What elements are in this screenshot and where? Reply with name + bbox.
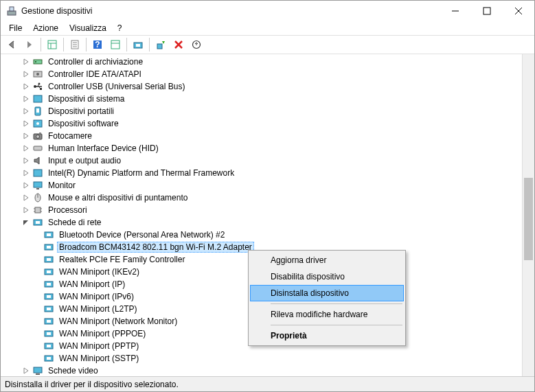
scrollbar-thumb[interactable] — [524, 178, 533, 260]
svg-rect-75 — [47, 345, 51, 347]
collapse-icon[interactable] — [21, 218, 31, 227]
close-button[interactable] — [503, 1, 534, 21]
category-item[interactable]: Dispositivi portatili — [3, 105, 522, 117]
update-driver-button[interactable] — [152, 36, 169, 53]
properties-button[interactable] — [67, 36, 83, 53]
ctx-uninstall-device[interactable]: Disinstalla dispositivo — [250, 285, 404, 301]
show-hide-tree-button[interactable] — [44, 36, 60, 53]
expand-icon[interactable] — [21, 131, 31, 141]
net-icon — [32, 217, 43, 228]
disable-button[interactable] — [188, 36, 205, 53]
expand-icon[interactable] — [21, 82, 31, 91]
expand-icon[interactable] — [21, 57, 31, 67]
expand-icon[interactable] — [21, 181, 31, 190]
system-icon — [32, 168, 43, 178]
svg-rect-18 — [136, 44, 140, 47]
item-label: WAN Miniport (IKEv2) — [57, 266, 141, 277]
minimize-button[interactable] — [440, 1, 471, 21]
ctx-separator — [271, 303, 402, 304]
device-item[interactable]: Bluetooth Device (Personal Area Network)… — [3, 229, 522, 241]
item-label: Fotocamere — [46, 130, 94, 141]
svg-rect-69 — [47, 308, 51, 310]
usb-icon — [32, 81, 43, 92]
toolbar: ? — [1, 35, 534, 54]
category-item[interactable]: Fotocamere — [3, 130, 522, 142]
svg-point-26 — [36, 73, 39, 76]
item-label: Controller IDE ATA/ATAPI — [46, 69, 144, 80]
item-label: WAN Miniport (IPv6) — [57, 291, 136, 302]
tree-container: Controller di archiviazioneController ID… — [1, 54, 534, 376]
help-button[interactable]: ? — [89, 36, 106, 53]
svg-rect-44 — [34, 170, 42, 176]
device-item[interactable]: WAN Miniport (SSTP) — [3, 352, 522, 365]
svg-point-39 — [36, 135, 40, 139]
software-icon — [32, 118, 43, 129]
svg-rect-6 — [48, 41, 56, 49]
category-item[interactable]: Intel(R) Dynamic Platform and Thermal Fr… — [3, 167, 522, 179]
ctx-disable-device[interactable]: Disabilita dispositivo — [250, 268, 404, 285]
category-item[interactable]: Controller IDE ATA/ATAPI — [3, 68, 522, 80]
item-label: Processori — [46, 205, 89, 216]
menu-action[interactable]: Azione — [27, 22, 64, 34]
menu-help[interactable]: ? — [112, 22, 128, 34]
category-item[interactable]: Schede video — [3, 365, 522, 376]
back-button[interactable] — [3, 36, 20, 53]
svg-rect-23 — [34, 60, 42, 64]
expand-icon[interactable] — [21, 143, 31, 153]
monitor-icon — [32, 180, 43, 191]
item-label: Dispositivi di sistema — [46, 93, 126, 104]
item-label: Realtek PCIe FE Family Controller — [57, 254, 187, 265]
expand-icon[interactable] — [21, 119, 31, 128]
category-item[interactable]: Monitor — [3, 179, 522, 192]
expand-icon[interactable] — [21, 193, 31, 203]
status-text: Disinstalla il driver per il dispositivo… — [5, 380, 179, 389]
audio-icon — [32, 155, 43, 166]
item-label: Mouse e altri dispositivi di puntamento — [46, 192, 190, 203]
ctx-properties[interactable]: Proprietà — [250, 327, 404, 344]
category-item[interactable]: Human Interface Device (HID) — [3, 142, 522, 154]
item-label: Dispositivi portatili — [46, 106, 116, 117]
expand-icon[interactable] — [21, 168, 31, 178]
item-label: Controller USB (Universal Serial Bus) — [46, 81, 187, 92]
category-item[interactable]: Controller di archiviazione — [3, 56, 522, 68]
net-icon — [43, 341, 54, 351]
cpu-icon — [32, 205, 43, 216]
net-icon — [43, 254, 54, 265]
ctx-scan-hardware[interactable]: Rileva modifiche hardware — [250, 306, 404, 323]
svg-rect-3 — [483, 8, 490, 14]
item-label: Schede video — [46, 365, 100, 376]
category-item[interactable]: Processori — [3, 204, 522, 216]
net-icon — [43, 328, 54, 339]
svg-rect-40 — [39, 132, 41, 134]
menu-file[interactable]: File — [3, 22, 27, 34]
menu-view[interactable]: Visualizza — [64, 22, 112, 34]
expand-icon[interactable] — [21, 366, 31, 376]
category-item[interactable]: Dispositivi di sistema — [3, 93, 522, 105]
item-label: Intel(R) Dynamic Platform and Thermal Fr… — [46, 168, 236, 178]
category-item[interactable]: Mouse e altri dispositivi di puntamento — [3, 192, 522, 204]
expand-icon[interactable] — [21, 205, 31, 215]
vertical-scrollbar[interactable] — [522, 54, 534, 376]
ctx-update-driver[interactable]: Aggiorna driver — [250, 252, 404, 268]
net-icon — [43, 279, 54, 290]
category-item[interactable]: Controller USB (Universal Serial Bus) — [3, 80, 522, 93]
item-label: Input e output audio — [46, 155, 123, 166]
uninstall-button[interactable] — [170, 36, 187, 53]
svg-rect-46 — [36, 188, 39, 189]
expand-icon[interactable] — [21, 156, 31, 165]
category-item[interactable]: Input e output audio — [3, 154, 522, 167]
scan-hardware-button[interactable] — [130, 36, 146, 53]
display-icon — [32, 365, 43, 376]
maximize-button[interactable] — [471, 1, 503, 21]
expand-icon[interactable] — [21, 106, 31, 116]
category-item[interactable]: Dispositivi software — [3, 117, 522, 130]
net-icon — [43, 291, 54, 302]
toolbar-button[interactable] — [107, 36, 124, 53]
forward-button[interactable] — [21, 36, 38, 53]
category-item[interactable]: Schede di rete — [3, 216, 522, 229]
window-buttons — [440, 1, 534, 21]
toolbar-separator — [86, 38, 87, 51]
expand-icon[interactable] — [21, 94, 31, 104]
expand-icon[interactable] — [21, 69, 31, 79]
portable-icon — [32, 106, 43, 117]
